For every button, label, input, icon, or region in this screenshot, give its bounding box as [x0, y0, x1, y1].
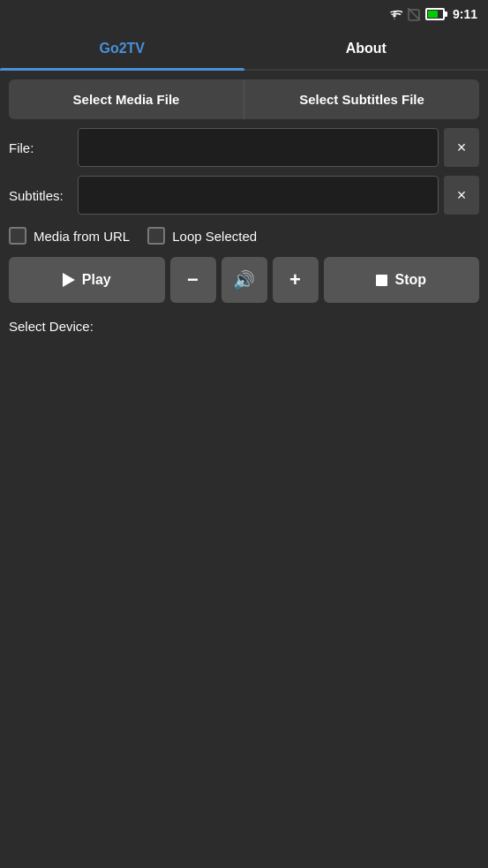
file-input[interactable] [78, 128, 439, 167]
select-subtitles-button[interactable]: Select Subtitles File [244, 79, 479, 119]
battery-icon [425, 8, 445, 20]
volume-icon-button[interactable]: 🔊 [221, 257, 267, 303]
file-label: File: [9, 140, 72, 155]
stop-button[interactable]: Stop [324, 257, 480, 303]
file-input-row: File: × [9, 128, 479, 167]
subtitles-label: Subtitles: [9, 188, 72, 203]
volume-up-icon: + [289, 268, 301, 291]
volume-down-button[interactable]: − [170, 257, 216, 303]
tab-bar: Go2TV About [0, 28, 488, 71]
volume-icon: 🔊 [233, 269, 255, 291]
status-bar: 9:11 [0, 0, 488, 28]
play-label: Play [82, 272, 111, 288]
stop-icon [376, 275, 387, 286]
play-icon [63, 273, 75, 287]
loop-selected-item[interactable]: Loop Selected [147, 227, 257, 245]
file-clear-button[interactable]: × [444, 128, 479, 167]
loop-selected-label: Loop Selected [172, 229, 257, 244]
volume-down-icon: − [187, 268, 199, 291]
media-from-url-item[interactable]: Media from URL [9, 227, 130, 245]
battery-fill [428, 11, 438, 18]
tab-about[interactable]: About [244, 28, 489, 69]
media-from-url-label: Media from URL [34, 229, 130, 244]
subtitles-clear-button[interactable]: × [444, 176, 479, 215]
file-buttons-row: Select Media File Select Subtitles File [9, 79, 479, 119]
status-icons: 9:11 [387, 7, 477, 21]
controls-row: Play − 🔊 + Stop [9, 257, 479, 303]
media-from-url-checkbox[interactable] [9, 227, 26, 245]
tab-go2tv[interactable]: Go2TV [0, 28, 244, 69]
volume-up-button[interactable]: + [273, 257, 319, 303]
no-sim-icon [407, 7, 421, 21]
checkboxes-row: Media from URL Loop Selected [9, 227, 479, 245]
select-device-label: Select Device: [9, 319, 479, 334]
play-button[interactable]: Play [9, 257, 165, 303]
select-media-button[interactable]: Select Media File [9, 79, 244, 119]
wifi-icon [387, 8, 402, 20]
subtitles-input[interactable] [78, 176, 439, 215]
time-display: 9:11 [453, 7, 477, 21]
subtitles-input-row: Subtitles: × [9, 176, 479, 215]
stop-label: Stop [394, 272, 426, 288]
loop-selected-checkbox[interactable] [147, 227, 165, 245]
